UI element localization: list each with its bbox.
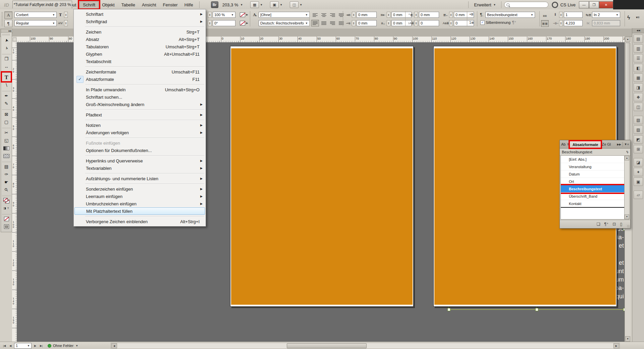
justify-all-button[interactable] [337, 20, 345, 27]
indent-last-stepper[interactable]: ▲▼ [387, 20, 390, 26]
quick-apply-icon[interactable]: ϟ [627, 15, 630, 21]
indent-right-stepper[interactable]: ▲▼ [387, 12, 390, 18]
formatting-affects-toggle[interactable]: ◨ T [2, 204, 11, 212]
zoom-tool[interactable]: ⚲ [2, 186, 11, 194]
next-page-button[interactable]: ▶ [32, 343, 38, 349]
panel-menu-icon[interactable]: ▼≡ [624, 143, 629, 146]
dock-icon-layers[interactable]: ◪ [634, 158, 643, 166]
gap-tool[interactable]: ↔ [2, 63, 11, 70]
bullet-list-button[interactable]: •≣ [469, 12, 474, 16]
menu-item[interactable]: GlyphenAlt+Umschalt+F11 [74, 50, 205, 58]
space-after-stepper[interactable]: ▲▼ [449, 12, 453, 18]
note-tool[interactable]: ▤ [2, 162, 11, 170]
space-before-stepper[interactable]: ▲▼ [414, 12, 418, 18]
pencil-tool[interactable]: ✎ [2, 100, 11, 107]
scroll-down-icon[interactable]: ▼ [625, 214, 629, 219]
quick-apply-icon[interactable]: ϟ [626, 150, 628, 154]
menu-item[interactable]: Schriftgrad▶ [74, 18, 205, 25]
indent-left-stepper[interactable]: ▲▼ [352, 12, 356, 18]
bridge-button[interactable]: Br [211, 1, 218, 8]
view-options-dropdown[interactable]: ▦ ▼ [250, 1, 263, 8]
justify-last-left-button[interactable] [311, 20, 319, 27]
gutter-stepper[interactable]: ▲▼ [559, 20, 563, 26]
menu-item[interactable]: TabulatorenUmschalt+Strg+T [74, 43, 205, 50]
frame-handle[interactable] [535, 308, 538, 311]
menu-item[interactable]: Hyperlinks und Querverweise▶ [74, 157, 205, 164]
dock-icon-effects[interactable]: ❖ [634, 93, 643, 101]
vertical-scale-field[interactable]: 100 % ▼ [213, 12, 235, 18]
font-style-select[interactable]: Regular ▼ [14, 20, 57, 26]
menubar-item-tabelle[interactable]: Tabelle [118, 1, 139, 9]
pen-tool[interactable]: ✒ [2, 91, 11, 100]
menu-item[interactable]: Aufzählungs- und nummerierte Listen▶ [74, 175, 205, 182]
hyphenate-checkbox[interactable]: ✓ [480, 20, 485, 25]
document-tab[interactable]: *Tutorial Falzflyer.indd @ 203 % [12, 1, 72, 8]
restore-button[interactable]: ❐ [589, 1, 599, 8]
arrange-documents-dropdown[interactable]: ◫ ▼ [290, 1, 302, 8]
justify-last-center-button[interactable] [320, 20, 328, 27]
screen-mode-dropdown[interactable]: ▣ ▼ [270, 1, 282, 8]
align-right-button[interactable] [329, 12, 336, 18]
skew-stepper[interactable]: ▲▼ [208, 20, 212, 26]
menu-item[interactable]: Sonderzeichen einfügen▶ [74, 185, 205, 193]
menu-item[interactable]: ✓AbsatzformateF11 [74, 76, 205, 83]
frame-tool[interactable]: ⊠ [2, 109, 11, 118]
horizontal-scroll-thumb[interactable] [287, 343, 367, 348]
menu-item[interactable]: Textabschnitt [74, 58, 205, 65]
kerning-stepper[interactable]: ▲▼ [64, 20, 68, 26]
indent-left-field[interactable]: 0 mm [357, 12, 377, 18]
line-tool[interactable]: ∖ [2, 81, 11, 89]
menubar-item-objekt[interactable]: Objekt [99, 1, 118, 9]
style-row-ort[interactable]: Ort [561, 178, 624, 185]
hand-tool[interactable]: ☛ [2, 178, 11, 186]
dock-icon-info[interactable]: ▱ [634, 191, 643, 199]
ruler-origin[interactable] [12, 37, 17, 43]
menu-item[interactable]: Optionen für Dokumentfußnoten... [74, 147, 205, 154]
zoom-level-dropdown[interactable]: 203,3 % ▼ [222, 2, 243, 7]
character-formatting-button[interactable]: A [4, 11, 12, 19]
menubar-item-schrift[interactable]: Schrift [79, 1, 99, 9]
page-tool[interactable]: ❐ [2, 54, 11, 63]
menu-item[interactable]: ZeichenStrg+T [74, 28, 205, 36]
panel-menu-icon[interactable]: ▾≡ [636, 15, 640, 19]
flyout-arrow-icon[interactable]: ▶ [246, 22, 248, 24]
direct-selection-tool[interactable]: ➢ [2, 44, 11, 52]
selection-tool[interactable]: ➤ [2, 37, 11, 44]
dropcap-chars-stepper[interactable]: ▲▼ [449, 20, 453, 26]
menu-item[interactable]: Schriftart▶ [74, 10, 205, 18]
dock-icon-object-styles[interactable]: ◫ [634, 103, 643, 111]
flyout-arrow-icon[interactable]: ▶ [246, 13, 248, 16]
menu-item[interactable]: Groß-/Kleinschreibung ändern▶ [74, 101, 205, 108]
collapse-panel-icon[interactable]: ▶▶ [617, 143, 621, 146]
dock-icon-stroke[interactable]: ☰ [634, 54, 643, 62]
menu-item[interactable]: Schriftart suchen... [74, 93, 205, 101]
menu-item[interactable]: Änderungen verfolgen▶ [74, 129, 205, 136]
chevron-down-icon[interactable]: ▼ [75, 344, 78, 347]
vertical-scale-stepper[interactable]: ▲▼ [208, 12, 212, 18]
frame-handle[interactable] [447, 308, 450, 311]
close-button[interactable]: ✕ [599, 1, 613, 8]
search-input[interactable] [504, 2, 548, 8]
style-row-veranstaltung[interactable]: Veranstaltung [561, 163, 624, 170]
scroll-up-icon[interactable]: ▲ [625, 156, 629, 160]
scroll-right-icon[interactable]: ▶ [613, 343, 619, 348]
rectangle-tool[interactable]: ▢ [2, 118, 11, 126]
menu-item[interactable]: Textvariablen▶ [74, 164, 205, 172]
menu-item[interactable]: Pfadtext▶ [74, 111, 205, 118]
menu-item[interactable]: In Pfade umwandelnUmschalt+Strg+O [74, 86, 205, 93]
gradient-swatch-tool[interactable] [2, 144, 11, 152]
dock-icon-paragraph[interactable]: ▨ [634, 126, 643, 134]
dock-icon-glyphs[interactable]: ⊞ [634, 145, 643, 153]
justify-center-button[interactable] [337, 12, 345, 18]
type-tool[interactable]: T [2, 72, 11, 81]
minimize-button[interactable]: — [579, 1, 589, 8]
style-row-datum[interactable]: Datum [561, 170, 624, 178]
language-select[interactable]: Deutsch: Rechtschreibreform ▼ [259, 20, 310, 26]
character-style-select[interactable]: [Ohne] ▼ [259, 12, 310, 18]
style-row--berschrift-band[interactable]: Überschrift_Band [561, 193, 624, 200]
dock-icon-align[interactable]: ✦ [634, 168, 643, 176]
menubar-item-hilfe[interactable]: Hilfe [181, 1, 197, 9]
dock-icon-character[interactable]: ◩ [634, 135, 643, 144]
menu-item[interactable]: AbsatzAlt+Strg+T [74, 36, 205, 43]
menubar-item-ansicht[interactable]: Ansicht [139, 1, 160, 9]
